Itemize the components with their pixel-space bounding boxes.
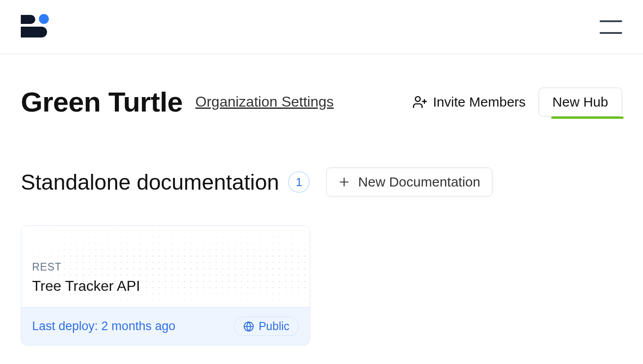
card-api-type: REST xyxy=(32,261,299,273)
header-actions: Invite Members New Hub xyxy=(412,88,622,117)
visibility-label: Public xyxy=(259,320,289,333)
doc-count-badge: 1 xyxy=(288,171,310,193)
org-header: Green Turtle Organization Settings Invit… xyxy=(21,86,622,118)
new-hub-button[interactable]: New Hub xyxy=(539,88,622,117)
card-deploy-status: Last deploy: 2 months ago xyxy=(32,319,175,333)
documentation-card[interactable]: REST Tree Tracker API Last deploy: 2 mon… xyxy=(21,225,310,345)
globe-icon xyxy=(243,321,254,332)
top-bar xyxy=(0,0,643,54)
new-hub-highlight xyxy=(551,117,624,119)
invite-members-button[interactable]: Invite Members xyxy=(412,94,526,110)
card-title: Tree Tracker API xyxy=(32,278,299,294)
card-footer: Last deploy: 2 months ago Public xyxy=(21,307,310,345)
visibility-pill: Public xyxy=(234,317,299,336)
new-documentation-button[interactable]: New Documentation xyxy=(326,168,492,196)
card-body: REST Tree Tracker API xyxy=(21,226,310,307)
svg-point-0 xyxy=(415,97,420,102)
new-documentation-label: New Documentation xyxy=(358,174,480,190)
brand-logo[interactable] xyxy=(21,15,47,39)
section-title: Standalone documentation xyxy=(21,170,279,195)
section-header: Standalone documentation 1 New Documenta… xyxy=(21,168,622,196)
plus-icon xyxy=(338,176,350,188)
invite-members-label: Invite Members xyxy=(433,94,526,110)
org-settings-link[interactable]: Organization Settings xyxy=(195,93,334,110)
new-hub-label: New Hub xyxy=(553,94,608,109)
org-name: Green Turtle xyxy=(21,86,183,118)
menu-icon[interactable] xyxy=(600,20,622,34)
main-content: Green Turtle Organization Settings Invit… xyxy=(0,54,643,345)
user-plus-icon xyxy=(412,95,427,109)
